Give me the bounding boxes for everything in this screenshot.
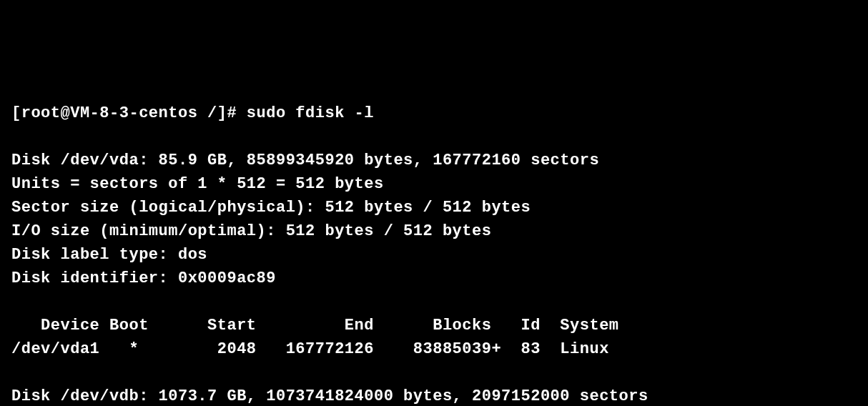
disk1-identifier: Disk identifier: 0x0009ac89	[11, 269, 276, 287]
disk1-units: Units = sectors of 1 * 512 = 512 bytes	[11, 175, 384, 193]
disk1-sector-size: Sector size (logical/physical): 512 byte…	[11, 199, 531, 217]
disk1-header: Disk /dev/vda: 85.9 GB, 85899345920 byte…	[11, 152, 599, 169]
disk1-label-type: Disk label type: dos	[11, 246, 207, 264]
disk1-io-size: I/O size (minimum/optimal): 512 bytes / …	[11, 222, 491, 240]
command-text[interactable]: sudo fdisk -l	[247, 104, 374, 122]
partition-table-row: /dev/vda1 * 2048 167772126 83885039+ 83 …	[11, 340, 609, 358]
shell-prompt: [root@VM-8-3-centos /]#	[11, 104, 247, 122]
terminal-output: [root@VM-8-3-centos /]# sudo fdisk -l Di…	[11, 102, 857, 406]
partition-table-header: Device Boot Start End Blocks Id System	[11, 317, 619, 335]
disk2-header: Disk /dev/vdb: 1073.7 GB, 1073741824000 …	[11, 387, 648, 405]
